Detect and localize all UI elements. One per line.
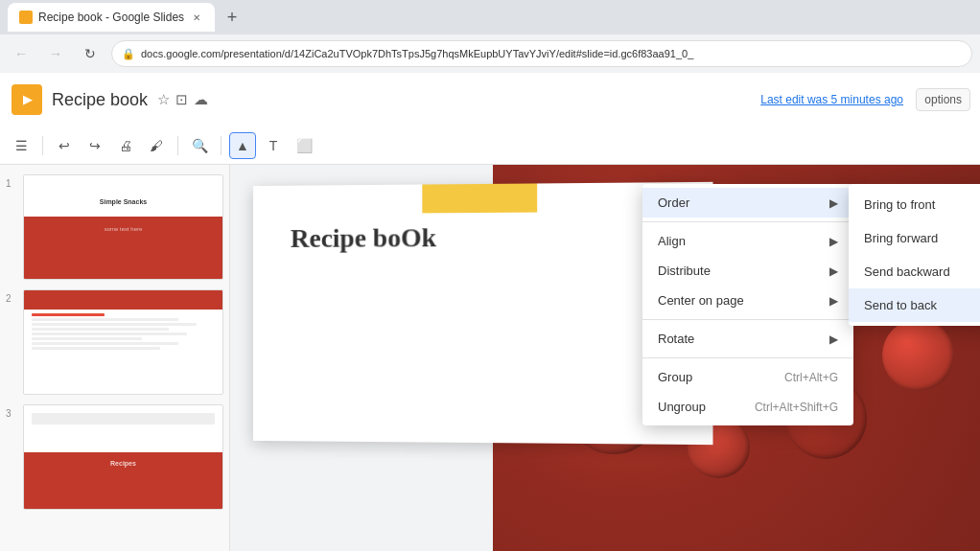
redo-button[interactable]: ↪ <box>82 132 108 159</box>
send-backward-label: Send backward <box>864 264 950 279</box>
slide-preview-2[interactable] <box>23 289 223 395</box>
slide-preview-1[interactable]: Simple Snacks some text here <box>23 174 223 280</box>
new-tab-button[interactable]: + <box>219 4 245 31</box>
options-button[interactable]: options <box>916 88 970 111</box>
center-arrow-icon: ▶ <box>829 294 838 308</box>
back-button[interactable]: ← <box>8 40 35 67</box>
toolbar: ☰ ↩ ↪ 🖨 🖌 🔍 ▲ T ⬜ <box>0 126 980 165</box>
url-text: docs.google.com/presentation/d/14ZiCa2uT… <box>141 48 693 59</box>
folder-icon[interactable]: ⊡ <box>175 91 188 108</box>
toolbar-divider-3 <box>221 136 222 155</box>
toolbar-divider-2 <box>177 136 178 155</box>
menu-item-center-on-page[interactable]: Center on page ▶ <box>642 286 853 315</box>
text-tool[interactable]: T <box>260 132 287 159</box>
tab-bar: Recipe book - Google Slides ✕ + <box>0 0 980 34</box>
submenu-bring-forward[interactable]: Bring forward Ctrl+↑ <box>849 221 980 255</box>
undo-button[interactable]: ↩ <box>51 132 78 159</box>
slide-1-red-area: some text here <box>24 217 222 279</box>
submenu-bring-to-front[interactable]: Bring to front Ctrl+Shift+↑ <box>849 188 980 221</box>
menu-item-group[interactable]: Group Ctrl+Alt+G <box>642 362 853 392</box>
menu-item-order[interactable]: Order ▶ <box>642 188 853 218</box>
rotate-arrow-icon: ▶ <box>829 333 838 346</box>
cursor-tool[interactable]: ▲ <box>229 132 256 159</box>
slide-thumbnail-2[interactable]: 2 <box>6 289 223 395</box>
submenu-send-backward[interactable]: Send backward Ctrl+↓ <box>849 255 980 288</box>
menu-divider-3 <box>642 357 853 358</box>
menu-item-rotate[interactable]: Rotate ▶ <box>642 324 853 354</box>
url-bar[interactable]: 🔒 docs.google.com/presentation/d/14ZiCa2… <box>111 40 972 67</box>
lock-icon: 🔒 <box>122 48 135 60</box>
app-title: Recipe book <box>52 90 148 110</box>
context-menu: Order ▶ Align ▶ Distribute ▶ Center on p… <box>642 184 853 425</box>
app-header: ▶ Recipe book ☆ ⊡ ☁ Last edit was 5 minu… <box>0 73 980 126</box>
slide-thumbnail-3[interactable]: 3 Recipes <box>6 404 223 510</box>
canvas-area: Recipe boOk Order ▶ Align ▶ Distribute ▶… <box>230 165 980 551</box>
address-bar: ← → ↻ 🔒 docs.google.com/presentation/d/1… <box>0 34 980 73</box>
send-to-back-label: Send to back <box>864 298 937 312</box>
slide-3-red: Recipes <box>24 452 222 509</box>
image-tool[interactable]: ⬜ <box>291 132 317 159</box>
bring-to-front-label: Bring to front <box>864 197 935 212</box>
paint-button[interactable]: 🖌 <box>143 132 170 159</box>
bring-forward-label: Bring forward <box>864 231 938 245</box>
cloud-icon[interactable]: ☁ <box>194 91 208 108</box>
browser-chrome: Recipe book - Google Slides ✕ + ← → ↻ 🔒 … <box>0 0 980 73</box>
canvas-slide-title: Recipe boOk <box>291 222 436 254</box>
menu-divider-1 <box>642 221 853 222</box>
submenu-send-to-back[interactable]: Send to back Ctrl+Shift+↓ <box>849 288 980 322</box>
slide-2-header <box>24 290 222 310</box>
align-arrow-icon: ▶ <box>829 235 838 248</box>
toolbar-divider-1 <box>42 136 43 155</box>
tab-close-button[interactable]: ✕ <box>190 11 203 24</box>
main-content: 1 Simple Snacks some text here 2 <box>0 165 980 551</box>
reload-button[interactable]: ↻ <box>77 40 104 67</box>
tab-favicon <box>19 11 33 24</box>
tab-title: Recipe book - Google Slides <box>38 11 184 24</box>
distribute-arrow-icon: ▶ <box>829 264 838 278</box>
title-icons: ☆ ⊡ ☁ <box>157 91 208 108</box>
submenu-order: Bring to front Ctrl+Shift+↑ Bring forwar… <box>849 184 980 326</box>
menu-divider-2 <box>642 319 853 320</box>
browser-tab[interactable]: Recipe book - Google Slides ✕ <box>8 3 215 32</box>
slides-panel: 1 Simple Snacks some text here 2 <box>0 165 230 551</box>
slide-num-1: 1 <box>6 174 17 189</box>
star-icon[interactable]: ☆ <box>157 91 170 108</box>
slide-thumbnail-1[interactable]: 1 Simple Snacks some text here <box>6 174 223 280</box>
slides-icon-letter: ▶ <box>23 93 32 106</box>
canvas-yellow-sticky <box>422 183 537 213</box>
last-edit-text: Last edit was 5 minutes ago <box>760 93 903 106</box>
slide-2-content <box>32 313 215 352</box>
menu-item-distribute[interactable]: Distribute ▶ <box>642 256 853 286</box>
toolbar-menu-btn[interactable]: ☰ <box>8 132 35 159</box>
print-button[interactable]: 🖨 <box>112 132 139 159</box>
order-arrow-icon: ▶ <box>829 196 838 210</box>
menu-item-align[interactable]: Align ▶ <box>642 226 853 256</box>
slide-num-2: 2 <box>6 289 17 304</box>
slide-preview-3[interactable]: Recipes <box>23 404 223 510</box>
slides-app-icon: ▶ <box>12 84 42 115</box>
zoom-button[interactable]: 🔍 <box>186 132 213 159</box>
menu-item-ungroup[interactable]: Ungroup Ctrl+Alt+Shift+G <box>642 392 853 422</box>
slide-num-3: 3 <box>6 404 17 419</box>
forward-button[interactable]: → <box>42 40 69 67</box>
